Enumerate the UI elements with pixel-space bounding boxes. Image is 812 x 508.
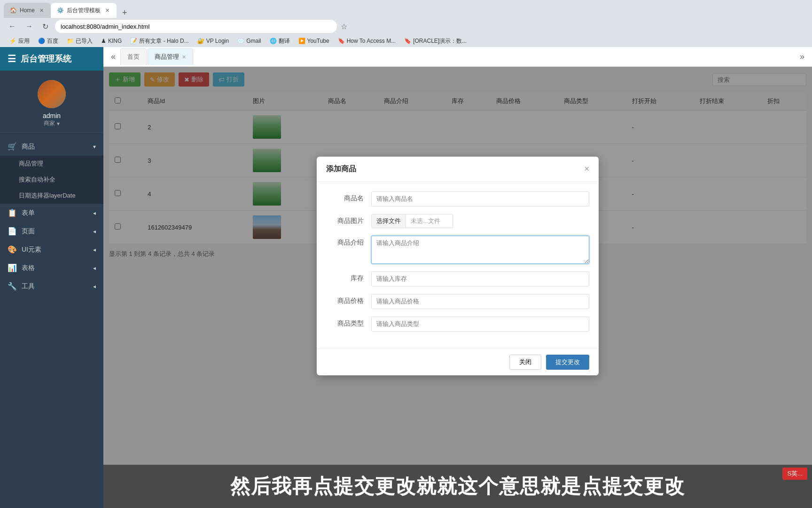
- bill-arrow: ◂: [93, 210, 96, 216]
- bill-icon: 📋: [8, 208, 17, 217]
- sidebar-group-tool-header[interactable]: 🔧 工具 ◂: [0, 277, 103, 295]
- form-row-name: 商品名: [326, 191, 589, 206]
- sidebar-group-ui: 🎨 UI元素 ◂: [0, 240, 103, 259]
- bookmark-bar: ⚡应用 🔵百度 📁已导入 ♟KING 📝所有文章 - Halo D... 🔐VP…: [0, 35, 812, 47]
- back-button[interactable]: ←: [6, 21, 19, 32]
- sidebar-user-section: admin 商家▾: [0, 71, 103, 133]
- label-desc: 商品介绍: [326, 236, 364, 247]
- tab-goods-management[interactable]: 商品管理 ✕: [148, 48, 193, 65]
- page-arrow: ◂: [93, 228, 96, 235]
- form-row-price: 商品价格: [326, 294, 589, 309]
- input-price[interactable]: [371, 294, 589, 309]
- tab-home[interactable]: 🏠 Home ✕: [4, 3, 51, 18]
- tab-goods-close[interactable]: ✕: [182, 54, 186, 60]
- table-arrow: ◂: [93, 265, 96, 271]
- sidebar-item-goods-management[interactable]: 商品管理: [0, 156, 103, 172]
- ui-arrow: ◂: [93, 246, 96, 253]
- bookmark-gmail[interactable]: ✉️Gmail: [234, 37, 265, 45]
- sidebar-group-bill: 📋 表单 ◂: [0, 204, 103, 222]
- sidebar-sub-goods: 商品管理 搜索自动补全 日期选择器layerDate: [0, 156, 103, 204]
- input-name[interactable]: [371, 191, 589, 206]
- page-icon: 📄: [8, 227, 17, 236]
- ui-icon: 🎨: [8, 245, 17, 254]
- bookmark-oracle[interactable]: 🔖[ORACLE]演示：数...: [400, 36, 470, 46]
- bookmark-vp[interactable]: 🔐VP Login: [194, 37, 233, 45]
- sidebar-group-page-header[interactable]: 📄 页面 ◂: [0, 222, 103, 240]
- sidebar-group-goods-header[interactable]: 🛒 商品 ▾: [0, 137, 103, 156]
- submit-button[interactable]: 提交更改: [546, 355, 589, 370]
- table-icon: 📊: [8, 263, 17, 272]
- menu-icon[interactable]: ☰: [8, 53, 16, 64]
- tab-admin-close[interactable]: ✕: [103, 7, 111, 14]
- sidebar-header: ☰ 后台管理系统: [0, 47, 103, 71]
- username: admin: [43, 112, 61, 119]
- modal-overlay: 添加商品 × 商品名 商品图片 选择文件: [103, 67, 812, 465]
- modal: 添加商品 × 商品名 商品图片 选择文件: [317, 157, 599, 375]
- new-tab-button[interactable]: +: [118, 8, 131, 18]
- youtube-label: YouTube: [307, 38, 329, 44]
- form-row-image: 商品图片 选择文件 未选...文件: [326, 214, 589, 228]
- form-row-stock: 库存: [326, 271, 589, 286]
- sidebar-group-ui-header[interactable]: 🎨 UI元素 ◂: [0, 240, 103, 259]
- sidebar-group-bill-header[interactable]: 📋 表单 ◂: [0, 204, 103, 222]
- bookmark-star[interactable]: ☆: [341, 22, 347, 31]
- forward-button[interactable]: →: [23, 21, 36, 32]
- sidebar-group-tool: 🔧 工具 ◂: [0, 277, 103, 295]
- address-bar: ← → ↻ ☆: [0, 18, 812, 35]
- label-price: 商品价格: [326, 294, 364, 305]
- subtitle-bar: 然后我再点提交更改就就这个意思就是点提交更改: [103, 465, 812, 508]
- form-row-category: 商品类型: [326, 317, 589, 332]
- tab-home-page[interactable]: 首页: [120, 48, 147, 65]
- file-placeholder: 未选...文件: [406, 214, 453, 228]
- bookmark-imported[interactable]: 📁已导入: [63, 36, 96, 46]
- tab-home-favicon: 🏠: [9, 7, 17, 14]
- bookmark-app[interactable]: ⚡应用: [6, 36, 33, 46]
- label-stock: 库存: [326, 271, 364, 283]
- tab-admin-favicon: ⚙️: [56, 7, 64, 14]
- input-desc[interactable]: [371, 236, 589, 264]
- sidebar-nav: 🛒 商品 ▾ 商品管理 搜索自动补全 日期选择器layerDate 📋 表单 ◂: [0, 133, 103, 508]
- tab-home-close[interactable]: ✕: [38, 7, 45, 14]
- browser-chrome: 🏠 Home ✕ ⚙️ 后台管理模板 ✕ + ← → ↻ ☆ ⚡应用 🔵百度 📁…: [0, 0, 812, 47]
- label-name: 商品名: [326, 191, 364, 203]
- sidebar-group-table-header[interactable]: 📊 表格 ◂: [0, 259, 103, 277]
- tab-nav-next[interactable]: »: [796, 52, 808, 62]
- tool-icon: 🔧: [8, 282, 17, 291]
- input-category[interactable]: [371, 317, 589, 332]
- file-input-group: 选择文件 未选...文件: [371, 214, 453, 228]
- sidebar: ☰ 后台管理系统 admin 商家▾ 🛒 商品 ▾ 商品管理 搜索自动补全: [0, 47, 103, 508]
- sidebar-group-goods: 🛒 商品 ▾ 商品管理 搜索自动补全 日期选择器layerDate: [0, 137, 103, 204]
- goods-icon: 🛒: [8, 142, 17, 151]
- sidebar-item-search-autocomplete[interactable]: 搜索自动补全: [0, 172, 103, 188]
- avatar-image: [38, 80, 66, 108]
- address-input[interactable]: [55, 20, 337, 33]
- content-area: ＋ 新增 ✎ 修改 ✖ 删除 🏷 打折: [103, 67, 812, 465]
- tab-nav-prev[interactable]: «: [107, 52, 119, 62]
- modal-close-x-button[interactable]: ×: [584, 164, 589, 174]
- bookmark-baidu[interactable]: 🔵百度: [34, 36, 62, 46]
- modal-footer: 关闭 提交更改: [317, 349, 599, 375]
- tab-home-label: Home: [20, 7, 35, 14]
- bookmark-youtube[interactable]: ▶️YouTube: [295, 37, 333, 45]
- main-content: « 首页 商品管理 ✕ » ＋ 新增 ✎ 修改: [103, 47, 812, 508]
- sidebar-group-page: 📄 页面 ◂: [0, 222, 103, 240]
- tool-arrow: ◂: [93, 283, 96, 290]
- modal-title: 添加商品: [326, 164, 356, 174]
- tab-admin[interactable]: ⚙️ 后台管理模板 ✕: [51, 3, 117, 18]
- watermark: S英...: [782, 468, 807, 480]
- close-modal-button[interactable]: 关闭: [509, 355, 541, 370]
- file-select-button[interactable]: 选择文件: [371, 214, 406, 228]
- tab-admin-label: 后台管理模板: [67, 7, 101, 15]
- bookmark-howto[interactable]: 🔖How To Access M...: [334, 37, 399, 45]
- user-role[interactable]: 商家▾: [44, 119, 60, 127]
- bookmark-translate[interactable]: 🌐翻译: [266, 36, 294, 46]
- bookmark-king[interactable]: ♟KING: [97, 37, 125, 45]
- goods-arrow: ▾: [93, 143, 96, 150]
- subtitle-text: 然后我再点提交更改就就这个意思就是点提交更改: [230, 475, 685, 497]
- refresh-button[interactable]: ↻: [39, 21, 51, 32]
- sidebar-group-table: 📊 表格 ◂: [0, 259, 103, 277]
- input-stock[interactable]: [371, 271, 589, 286]
- app-area: ☰ 后台管理系统 admin 商家▾ 🛒 商品 ▾ 商品管理 搜索自动补全: [0, 47, 812, 508]
- bookmark-halo[interactable]: 📝所有文章 - Halo D...: [126, 36, 192, 46]
- sidebar-item-date-picker[interactable]: 日期选择器layerDate: [0, 188, 103, 204]
